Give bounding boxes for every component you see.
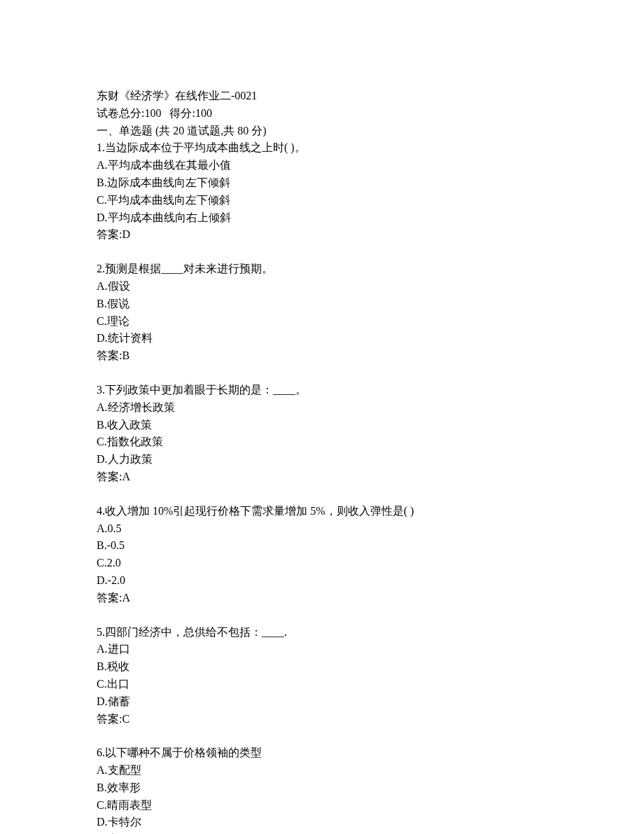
question-option: C.平均成本曲线向左下倾斜 [97, 192, 644, 209]
question-option: A.支配型 [97, 762, 644, 779]
question-option: C.2.0 [97, 555, 644, 572]
question-option: B.-0.5 [97, 537, 644, 555]
question-option: B.假说 [97, 296, 644, 313]
section-heading: 一、单选题 (共 20 道试题,共 80 分) [97, 123, 644, 140]
question-option: B.税收 [97, 658, 644, 676]
header-block: 东财《经济学》在线作业二-0021 试卷总分:100 得分:100 一、单选题 … [97, 88, 644, 244]
question-option: A.经济增长政策 [97, 399, 644, 417]
question-block: 3.下列政策中更加着眼于长期的是：____。 A.经济增长政策 B.收入政策 C… [97, 382, 644, 486]
question-stem: 6.以下哪种不属于价格领袖的类型 [97, 744, 644, 762]
question-option: B.效率形 [97, 779, 644, 797]
question-option: D.-2.0 [97, 572, 644, 590]
question-option: D.储蓄 [97, 693, 644, 711]
score-line: 试卷总分:100 得分:100 [97, 105, 644, 123]
question-answer: 答案:C [97, 711, 644, 728]
question-block: 2.预测是根据____对未来进行预期。 A.假设 B.假说 C.理论 D.统计资… [97, 260, 644, 365]
question-option: D.统计资料 [97, 330, 644, 347]
question-answer: 答案:B [97, 347, 644, 365]
question-option: C.出口 [97, 676, 644, 693]
question-answer: 答案:D [97, 831, 644, 834]
question-stem: 2.预测是根据____对未来进行预期。 [97, 260, 644, 278]
question-stem: 1.当边际成本位于平均成本曲线之上时( )。 [97, 139, 644, 157]
question-block: 6.以下哪种不属于价格领袖的类型 A.支配型 B.效率形 C.晴雨表型 D.卡特… [97, 744, 644, 834]
question-answer: 答案:A [97, 468, 644, 486]
question-option: B.收入政策 [97, 417, 644, 434]
question-option: B.边际成本曲线向左下倾斜 [97, 174, 644, 192]
document-title: 东财《经济学》在线作业二-0021 [97, 88, 644, 105]
question-option: C.指数化政策 [97, 433, 644, 451]
question-stem: 5.四部门经济中，总供给不包括：____. [97, 624, 644, 641]
question-option: D.卡特尔 [97, 814, 644, 831]
question-stem: 3.下列政策中更加着眼于长期的是：____。 [97, 382, 644, 399]
question-option: D.平均成本曲线向右上倾斜 [97, 209, 644, 227]
question-option: A.假设 [97, 278, 644, 296]
question-stem: 4.收入增加 10%引起现行价格下需求量增加 5%，则收入弹性是( ) [97, 503, 644, 520]
question-option: A.平均成本曲线在其最小值 [97, 157, 644, 174]
question-option: A.进口 [97, 641, 644, 658]
question-answer: 答案:A [97, 590, 644, 607]
question-answer: 答案:D [97, 226, 644, 244]
question-option: C.理论 [97, 313, 644, 331]
question-option: A.0.5 [97, 520, 644, 538]
question-option: C.晴雨表型 [97, 797, 644, 814]
question-option: D.人力政策 [97, 451, 644, 468]
question-block: 5.四部门经济中，总供给不包括：____. A.进口 B.税收 C.出口 D.储… [97, 624, 644, 728]
question-block: 4.收入增加 10%引起现行价格下需求量增加 5%，则收入弹性是( ) A.0.… [97, 503, 644, 607]
document-page: 东财《经济学》在线作业二-0021 试卷总分:100 得分:100 一、单选题 … [0, 0, 644, 834]
